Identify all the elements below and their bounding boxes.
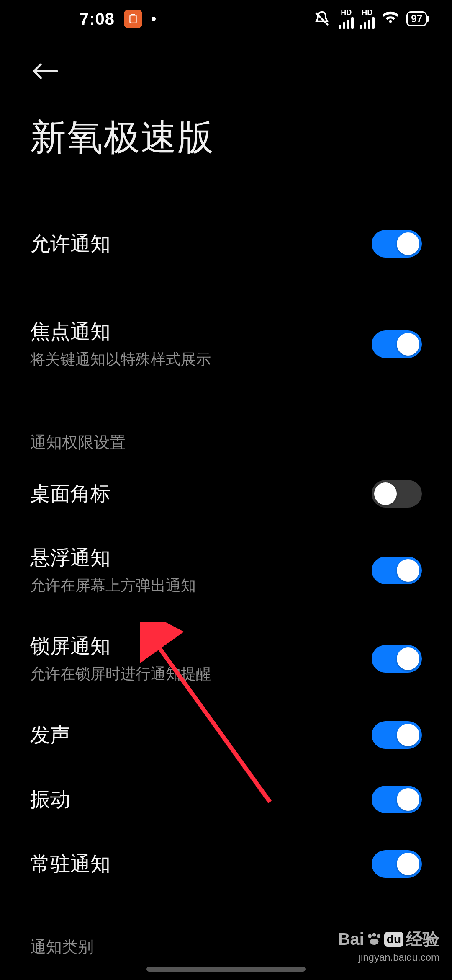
page-header: 新氧极速版 bbox=[0, 38, 452, 162]
row-vibrate[interactable]: 振动 bbox=[30, 767, 422, 832]
row-desktop-badge[interactable]: 桌面角标 bbox=[30, 462, 422, 526]
toggle-allow-notifications[interactable] bbox=[372, 230, 422, 258]
row-focus-notifications[interactable]: 焦点通知 将关键通知以特殊样式展示 bbox=[30, 297, 422, 392]
toggle-desktop-badge[interactable] bbox=[372, 480, 422, 508]
signal-1-label: HD bbox=[341, 9, 352, 16]
row-sublabel: 允许在屏幕上方弹出通知 bbox=[30, 575, 196, 596]
divider bbox=[30, 288, 422, 288]
status-right: HD HD 97 bbox=[313, 9, 427, 29]
toggle-floating-notifications[interactable] bbox=[372, 557, 422, 584]
watermark-brand-a: Bai bbox=[338, 930, 364, 949]
row-lockscreen-notifications[interactable]: 锁屏通知 允许在锁屏时进行通知提醒 bbox=[30, 614, 422, 703]
row-label: 振动 bbox=[30, 786, 70, 813]
gesture-bar[interactable] bbox=[146, 967, 306, 972]
row-label: 发声 bbox=[30, 722, 70, 748]
svg-point-4 bbox=[372, 933, 376, 937]
row-label: 常驻通知 bbox=[30, 851, 110, 877]
row-persistent-notifications[interactable]: 常驻通知 bbox=[30, 832, 422, 896]
divider bbox=[30, 905, 422, 905]
watermark: Bai du 经验 jingyan.baidu.com bbox=[338, 928, 439, 963]
wifi-icon bbox=[382, 9, 399, 29]
row-label: 悬浮通知 bbox=[30, 544, 196, 571]
row-label: 桌面角标 bbox=[30, 480, 110, 507]
status-bar: 7:08 HD HD bbox=[0, 0, 452, 38]
svg-point-5 bbox=[377, 934, 380, 938]
row-label: 允许通知 bbox=[30, 230, 110, 257]
signal-2-label: HD bbox=[362, 9, 372, 16]
row-sublabel: 将关键通知以特殊样式展示 bbox=[30, 349, 211, 370]
row-label: 锁屏通知 bbox=[30, 633, 211, 660]
back-button[interactable] bbox=[30, 59, 64, 84]
section-permission-settings: 通知权限设置 bbox=[30, 409, 422, 462]
watermark-brand-c: 经验 bbox=[406, 928, 439, 951]
status-time: 7:08 bbox=[80, 10, 115, 28]
signal-group: HD HD bbox=[339, 9, 375, 29]
paw-icon bbox=[367, 930, 382, 949]
row-allow-notifications[interactable]: 允许通知 bbox=[30, 208, 422, 279]
row-floating-notifications[interactable]: 悬浮通知 允许在屏幕上方弹出通知 bbox=[30, 526, 422, 614]
toggle-lockscreen-notifications[interactable] bbox=[372, 645, 422, 673]
watermark-brand-b: du bbox=[384, 932, 403, 947]
row-sound[interactable]: 发声 bbox=[30, 703, 422, 767]
toggle-focus-notifications[interactable] bbox=[372, 330, 422, 358]
signal-1: HD bbox=[339, 9, 354, 29]
page-title: 新氧极速版 bbox=[30, 113, 422, 162]
svg-point-6 bbox=[370, 939, 378, 945]
signal-bars-icon bbox=[339, 17, 354, 29]
signal-bars-icon bbox=[360, 17, 375, 29]
toggle-sound[interactable] bbox=[372, 721, 422, 749]
running-app-icon bbox=[124, 10, 142, 28]
watermark-url: jingyan.baidu.com bbox=[359, 952, 439, 963]
svg-point-3 bbox=[368, 934, 372, 938]
row-label: 焦点通知 bbox=[30, 318, 211, 345]
mute-icon bbox=[313, 10, 331, 28]
toggle-vibrate[interactable] bbox=[372, 786, 422, 813]
battery-level: 97 bbox=[411, 13, 422, 25]
signal-2: HD bbox=[360, 9, 375, 29]
battery-indicator: 97 bbox=[406, 11, 427, 26]
svg-rect-0 bbox=[130, 15, 136, 23]
status-left: 7:08 bbox=[80, 10, 156, 28]
row-sublabel: 允许在锁屏时进行通知提醒 bbox=[30, 664, 211, 684]
divider bbox=[30, 400, 422, 400]
settings-list: 允许通知 焦点通知 将关键通知以特殊样式展示 通知权限设置 桌面角标 悬浮通知 … bbox=[0, 208, 452, 980]
toggle-persistent-notifications[interactable] bbox=[372, 850, 422, 878]
status-dot-icon bbox=[152, 17, 156, 21]
